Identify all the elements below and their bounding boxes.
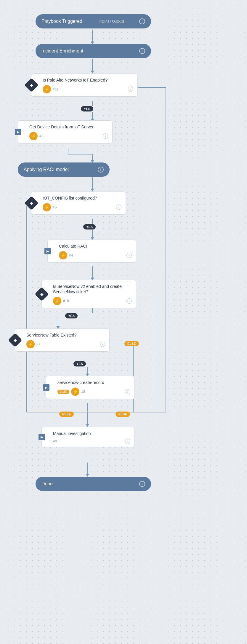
badge-yes-sn-table: YES	[73, 361, 86, 366]
badge-else-create: ELSE	[57, 390, 69, 394]
svg-marker-42	[86, 474, 89, 477]
calculate-raci-title: Calculate RACI	[59, 243, 132, 249]
playbook-triggered-node[interactable]: Playbook Triggered Inputs / Outputs i	[36, 14, 151, 28]
applying-raci-info[interactable]: i	[98, 167, 104, 173]
get-device-lightning: ⚡	[29, 132, 38, 140]
servicenow-table-num: #7	[36, 342, 40, 346]
done-info[interactable]: i	[139, 481, 145, 487]
is-palo-alto-lightning: ⚡	[43, 85, 51, 93]
manual-investigation-info[interactable]: i	[125, 439, 130, 444]
is-servicenow-title: Is ServiceNow v2 enabled and create Serv…	[53, 284, 132, 294]
badge-yes-palo-alto: YES	[81, 106, 93, 111]
svg-marker-3	[91, 71, 94, 74]
servicenow-create-subflow: ▶	[43, 384, 49, 391]
iot-config-num: #6	[53, 205, 57, 209]
badge-else-sn-table: ELSE	[124, 341, 139, 346]
calculate-raci-subflow: ▶	[44, 248, 51, 254]
manual-investigation-num: #9	[53, 439, 57, 443]
applying-raci-label: Applying RACI model	[24, 167, 69, 172]
svg-marker-40	[86, 424, 89, 427]
get-device-details-subflow: ▶	[15, 129, 21, 135]
servicenow-table-title: ServiceNow Table Existed?	[26, 332, 105, 338]
iot-config-info[interactable]: i	[116, 205, 121, 210]
iot-config-lightning: ⚡	[43, 203, 51, 211]
flow-container: Playbook Triggered Inputs / Outputs i In…	[0, 0, 247, 644]
servicenow-table-node[interactable]: ◆ ServiceNow Table Existed? ⚡ #7 i	[15, 329, 110, 352]
calculate-raci-node[interactable]: ▶ Calculate RACI ⚡ #4 i	[47, 240, 136, 263]
manual-investigation-node[interactable]: ▶ Manual investigation #9 i	[41, 427, 135, 447]
badge-else-right: ELSE	[116, 412, 130, 417]
is-servicenow-node[interactable]: ◆ Is ServiceNow v2 enabled and create Se…	[41, 280, 136, 308]
iot-config-title: IOT_CONFIG list configured?	[43, 195, 121, 201]
badge-yes-iot-config: YES	[83, 224, 96, 229]
svg-marker-14	[91, 189, 94, 192]
is-servicenow-diamond: ◆	[35, 287, 49, 301]
servicenow-table-info[interactable]: i	[100, 342, 105, 347]
calculate-raci-num: #4	[69, 253, 73, 257]
servicenow-create-info[interactable]: i	[125, 389, 130, 394]
get-device-info[interactable]: i	[103, 133, 108, 139]
incident-enrichment-node[interactable]: Incident Enrichment i	[36, 44, 151, 58]
incident-enrichment-label: Incident Enrichment	[41, 48, 83, 54]
get-device-num: #2	[39, 134, 43, 138]
is-palo-alto-info[interactable]: i	[128, 87, 133, 92]
badge-yes-servicenow: YES	[65, 313, 78, 318]
get-device-details-title: Get Device Details from IoT Server	[29, 124, 108, 130]
servicenow-create-title: servicenow-create-record	[57, 380, 130, 385]
playbook-triggered-label: Playbook Triggered	[41, 19, 82, 24]
is-servicenow-info[interactable]: i	[126, 298, 132, 304]
manual-investigation-title: Manual investigation	[53, 431, 130, 436]
servicenow-table-diamond: ◆	[8, 333, 22, 347]
servicenow-table-lightning: ⚡	[26, 340, 35, 348]
is-palo-alto-node[interactable]: ◆ Is Palo Alto Networks IoT Enabled? ⚡ #…	[31, 74, 138, 97]
get-device-details-node[interactable]: ▶ Get Device Details from IoT Server ⚡ #…	[18, 120, 113, 144]
done-label: Done	[41, 481, 53, 487]
manual-investigation-subflow: ▶	[39, 434, 45, 440]
playbook-triggered-info[interactable]: i	[139, 18, 145, 24]
incident-enrichment-info[interactable]: i	[139, 48, 145, 54]
is-palo-alto-title: Is Palo Alto Networks IoT Enabled?	[43, 77, 133, 83]
applying-raci-node[interactable]: Applying RACI model i	[18, 162, 110, 177]
servicenow-create-node[interactable]: ▶ servicenow-create-record ELSE ⚡ #8 i	[46, 376, 135, 399]
done-node[interactable]: Done i	[36, 477, 151, 491]
badge-else-left: ELSE	[59, 412, 74, 417]
is-servicenow-lightning: ⚡	[53, 297, 61, 305]
is-palo-alto-num: #11	[53, 87, 59, 91]
inputs-outputs-link[interactable]: Inputs / Outputs	[100, 19, 125, 23]
servicenow-create-lightning: ⚡	[71, 388, 79, 396]
iot-config-node[interactable]: ◆ IOT_CONFIG list configured? ⚡ #6 i	[31, 192, 126, 215]
calculate-raci-lightning: ⚡	[59, 251, 67, 259]
is-palo-alto-diamond: ◆	[24, 78, 39, 92]
is-servicenow-num: #10	[63, 299, 69, 303]
iot-config-diamond: ◆	[24, 196, 39, 210]
servicenow-create-num: #8	[81, 390, 85, 394]
calculate-raci-info[interactable]: i	[126, 253, 132, 258]
